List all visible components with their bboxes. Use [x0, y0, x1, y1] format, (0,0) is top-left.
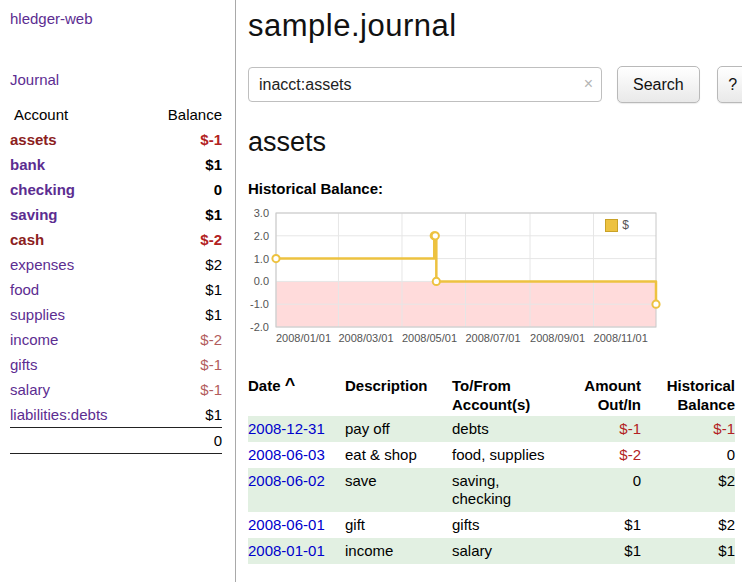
search-input[interactable] — [248, 67, 602, 102]
accounts-total-row: 0 — [10, 428, 222, 454]
main-content: sample.journal × Search ? assets Histori… — [236, 0, 742, 582]
account-row: assets $-1 — [10, 127, 222, 152]
register-header-description: Description — [345, 374, 452, 416]
account-link-cash[interactable]: cash — [10, 231, 44, 248]
register-table: Date ^ Description To/FromAccount(s) Amo… — [248, 374, 735, 564]
svg-text:2008/09/01: 2008/09/01 — [530, 332, 585, 344]
transaction-accounts: gifts — [452, 512, 578, 538]
register-header-accounts: To/FromAccount(s) — [452, 374, 578, 416]
accounts-header-line2: Account(s) — [452, 396, 530, 413]
clear-search-icon[interactable]: × — [584, 75, 593, 93]
transaction-amount: $-2 — [578, 442, 641, 468]
transaction-accounts: saving, checking — [452, 468, 578, 512]
transaction-date-link[interactable]: 2008-06-03 — [248, 446, 325, 463]
account-balance: 0 — [146, 177, 222, 202]
account-row: saving $1 — [10, 202, 222, 227]
account-row: income $-2 — [10, 327, 222, 352]
transaction-accounts: salary — [452, 538, 578, 564]
help-button[interactable]: ? — [717, 66, 742, 103]
transaction-accounts: food, supplies — [452, 442, 578, 468]
account-link-saving[interactable]: saving — [10, 206, 58, 223]
transaction-description: gift — [345, 512, 452, 538]
transaction-accounts: debts — [452, 416, 578, 442]
account-balance: $-1 — [146, 377, 222, 402]
account-balance: $-2 — [146, 227, 222, 252]
app-title-link[interactable]: hledger-web — [10, 10, 93, 27]
account-row: gifts $-1 — [10, 352, 222, 377]
svg-text:2.0: 2.0 — [254, 230, 269, 242]
account-balance: $-1 — [146, 352, 222, 377]
balance-header-line1: Historical — [667, 377, 735, 394]
account-balance: $1 — [146, 202, 222, 227]
account-balance: $1 — [146, 402, 222, 428]
transaction-balance: $2 — [641, 468, 735, 512]
account-link-liabilities-debts[interactable]: liabilities:debts — [10, 406, 108, 423]
description-header-label: Description — [345, 377, 428, 394]
transaction-date-link[interactable]: 2008-06-02 — [248, 472, 325, 489]
svg-text:2008/01/01: 2008/01/01 — [276, 332, 331, 344]
account-link-bank[interactable]: bank — [10, 156, 45, 173]
legend-swatch-icon — [605, 219, 618, 232]
app-window: hledger-web Journal Account Balance asse… — [0, 0, 742, 582]
register-row: 2008-01-01 income salary $1 $1 — [248, 538, 735, 564]
accounts-table: Account Balance assets $-1 bank $1 check… — [10, 102, 222, 454]
legend-label: $ — [622, 218, 629, 232]
account-link-checking[interactable]: checking — [10, 181, 75, 198]
account-link-gifts[interactable]: gifts — [10, 356, 38, 373]
accounts-header-balance: Balance — [146, 102, 222, 127]
svg-text:2008/07/01: 2008/07/01 — [465, 332, 520, 344]
account-heading: assets — [248, 127, 742, 158]
account-balance: $1 — [146, 152, 222, 177]
accounts-total: 0 — [146, 428, 222, 454]
transaction-balance: 0 — [641, 442, 735, 468]
chart-title: Historical Balance: — [248, 180, 742, 197]
account-link-supplies[interactable]: supplies — [10, 306, 65, 323]
chart-legend: $ — [602, 217, 632, 233]
register-header-row: Date ^ Description To/FromAccount(s) Amo… — [248, 374, 735, 416]
accounts-header-line1: To/From — [452, 377, 511, 394]
account-balance: $2 — [146, 252, 222, 277]
search-button[interactable]: Search — [617, 66, 700, 103]
svg-text:2008/05/01: 2008/05/01 — [402, 332, 457, 344]
account-link-food[interactable]: food — [10, 281, 39, 298]
transaction-amount: $-1 — [578, 416, 641, 442]
transaction-description: income — [345, 538, 452, 564]
accounts-header-row: Account Balance — [10, 102, 222, 127]
historical-balance-chart: 3.02.01.00.0-1.0-2.02008/01/012008/03/01… — [248, 205, 666, 352]
transaction-date-link[interactable]: 2008-12-31 — [248, 420, 325, 437]
transaction-balance: $-1 — [641, 416, 735, 442]
account-row: expenses $2 — [10, 252, 222, 277]
account-row: salary $-1 — [10, 377, 222, 402]
transaction-date-link[interactable]: 2008-06-01 — [248, 516, 325, 533]
account-row: checking 0 — [10, 177, 222, 202]
account-link-expenses[interactable]: expenses — [10, 256, 74, 273]
svg-text:0.0: 0.0 — [254, 275, 269, 287]
transaction-balance: $2 — [641, 512, 735, 538]
sidebar-item-journal[interactable]: Journal — [10, 71, 59, 88]
account-row: liabilities:debts $1 — [10, 402, 222, 428]
transaction-amount: $1 — [578, 512, 641, 538]
account-balance: $1 — [146, 302, 222, 327]
register-header-balance: HistoricalBalance — [641, 374, 735, 416]
account-row: cash $-2 — [10, 227, 222, 252]
account-row: supplies $1 — [10, 302, 222, 327]
register-header-date[interactable]: Date ^ — [248, 374, 345, 416]
svg-text:1.0: 1.0 — [254, 253, 269, 265]
svg-text:-2.0: -2.0 — [250, 321, 269, 333]
account-link-assets[interactable]: assets — [10, 131, 57, 148]
page-title: sample.journal — [248, 8, 742, 44]
account-row: food $1 — [10, 277, 222, 302]
transaction-date-link[interactable]: 2008-01-01 — [248, 542, 325, 559]
account-balance: $1 — [146, 277, 222, 302]
svg-text:2008/11/01: 2008/11/01 — [594, 332, 648, 344]
account-link-income[interactable]: income — [10, 331, 58, 348]
account-balance: $-1 — [146, 127, 222, 152]
amount-header-line2: Out/In — [598, 396, 641, 413]
account-link-salary[interactable]: salary — [10, 381, 50, 398]
amount-header-line1: Amount — [584, 377, 641, 394]
search-box: × — [248, 67, 602, 102]
transaction-amount: 0 — [578, 468, 641, 512]
transaction-description: eat & shop — [345, 442, 452, 468]
register-header-amount: AmountOut/In — [578, 374, 641, 416]
balance-header-line2: Balance — [677, 396, 735, 413]
